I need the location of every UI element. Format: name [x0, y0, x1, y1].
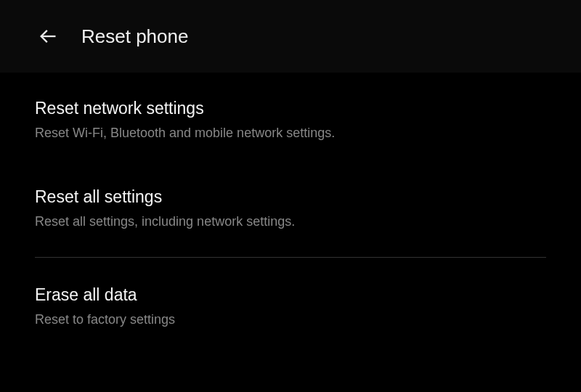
item-title: Erase all data	[35, 285, 546, 305]
settings-list: Reset network settings Reset Wi-Fi, Blue…	[0, 73, 581, 351]
header: Reset phone	[0, 0, 581, 73]
item-title: Reset all settings	[35, 187, 546, 207]
item-title: Reset network settings	[35, 99, 546, 118]
item-subtitle: Reset Wi-Fi, Bluetooth and mobile networ…	[35, 126, 546, 141]
page-title: Reset phone	[81, 25, 188, 48]
divider	[35, 257, 546, 258]
reset-network-settings-item[interactable]: Reset network settings Reset Wi-Fi, Blue…	[35, 73, 546, 164]
item-subtitle: Reset all settings, including network se…	[35, 214, 546, 229]
reset-all-settings-item[interactable]: Reset all settings Reset all settings, i…	[35, 164, 546, 253]
back-arrow-icon[interactable]	[35, 23, 61, 49]
erase-all-data-item[interactable]: Erase all data Reset to factory settings	[35, 262, 546, 351]
item-subtitle: Reset to factory settings	[35, 312, 546, 327]
